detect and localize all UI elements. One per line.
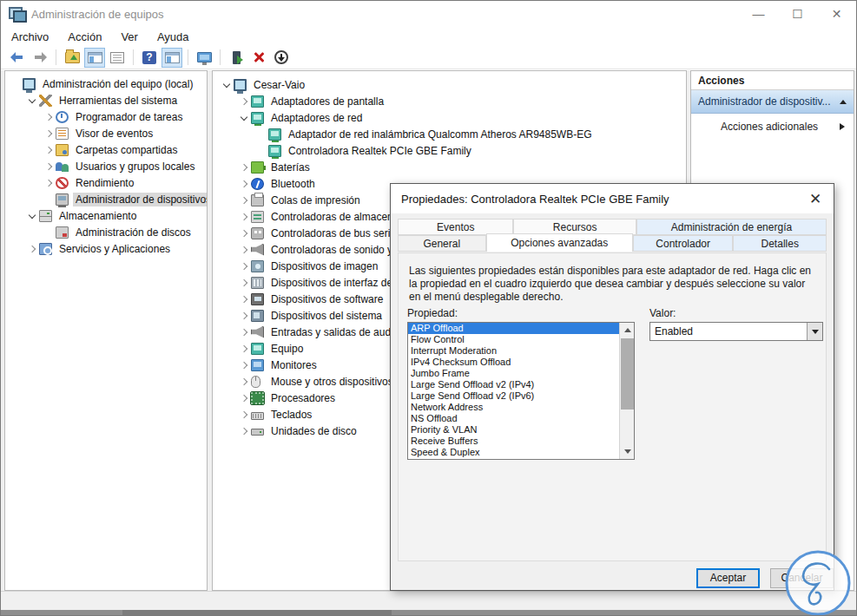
chevron-down-icon[interactable] <box>807 323 822 340</box>
tree-item[interactable]: Carpetas compartidas <box>5 141 207 158</box>
tree-item-label: Carpetas compartidas <box>73 143 180 157</box>
close-button[interactable]: ✕ <box>817 1 856 27</box>
listbox-scrollbar[interactable] <box>619 323 634 459</box>
tree-item[interactable]: Rendimiento <box>5 174 207 191</box>
chevron-right-icon[interactable] <box>240 328 247 335</box>
property-list-item[interactable]: Speed & Duplex <box>408 447 619 458</box>
chevron-right-icon[interactable] <box>240 427 247 434</box>
value-combobox[interactable]: Enabled <box>649 322 823 341</box>
menu-archivo[interactable]: Archivo <box>11 30 49 43</box>
chevron-right-icon[interactable] <box>28 245 35 252</box>
chevron-right-icon[interactable] <box>240 213 247 220</box>
back-button[interactable] <box>7 48 28 68</box>
scroll-down-icon[interactable] <box>620 444 635 459</box>
up-level-button[interactable] <box>62 48 82 68</box>
tab-opciones-avanzadas[interactable]: Opciones avanzadas <box>486 233 633 252</box>
property-list-item[interactable]: IPv4 Checksum Offload <box>408 357 619 368</box>
tree-item-label: Usuarios y grupos locales <box>73 160 197 174</box>
property-list-item[interactable]: Flow Control <box>408 334 619 345</box>
chevron-right-icon[interactable] <box>240 262 247 269</box>
chevron-right-icon[interactable] <box>240 295 247 302</box>
accept-button[interactable]: Aceptar <box>696 568 760 588</box>
properties-button[interactable] <box>107 48 128 68</box>
software-icon <box>251 293 264 305</box>
tree-item[interactable]: Administración del equipo (local) <box>5 75 207 92</box>
property-list-item[interactable]: Network Address <box>408 402 619 413</box>
chevron-right-icon[interactable] <box>240 163 247 170</box>
tab-detalles[interactable]: Detalles <box>733 235 827 252</box>
tree-item-label: Monitores <box>268 358 320 372</box>
chevron-right-icon[interactable] <box>240 410 247 417</box>
tree-item[interactable]: Administrador de dispositivos <box>5 191 207 207</box>
update-driver-button[interactable] <box>226 48 247 68</box>
maximize-button[interactable]: ☐ <box>778 1 817 27</box>
chevron-right-icon[interactable] <box>240 377 247 384</box>
scroll-up-icon[interactable] <box>620 323 635 337</box>
tab-controlador[interactable]: Controlador <box>633 235 734 252</box>
property-list-item[interactable]: Jumbo Frame <box>408 368 619 379</box>
tree-item[interactable]: Baterías <box>218 159 686 175</box>
property-list-item[interactable]: Interrupt Moderation <box>408 345 619 357</box>
tree-item[interactable]: Herramientas del sistema <box>5 92 207 108</box>
chevron-right-icon[interactable] <box>240 180 247 187</box>
actions-group-device-manager[interactable]: Administrador de dispositiv... <box>691 90 854 114</box>
chevron-right-icon[interactable] <box>44 179 51 186</box>
dialog-close-icon[interactable]: ✕ <box>806 190 825 208</box>
actions-item-additional[interactable]: Acciones adicionales <box>691 114 854 140</box>
chevron-right-icon[interactable] <box>240 246 247 252</box>
tree-item[interactable]: Controladora Realtek PCIe GBE Family <box>218 142 686 159</box>
chevron-right-icon[interactable] <box>240 196 247 203</box>
chevron-down-icon[interactable] <box>222 80 229 87</box>
chevron-right-icon[interactable] <box>240 279 247 285</box>
chevron-right-icon[interactable] <box>240 344 247 351</box>
chevron-down-icon[interactable] <box>240 113 247 120</box>
show-action-pane-button[interactable] <box>162 48 182 68</box>
scrollbar-thumb[interactable] <box>621 338 634 410</box>
tree-item[interactable]: Visor de eventos <box>5 125 207 141</box>
remote-monitor-button[interactable] <box>194 48 214 68</box>
chevron-right-icon[interactable] <box>240 394 247 401</box>
menu-bar: Archivo Acción Ver Ayuda <box>1 27 856 46</box>
tree-item[interactable]: Administración de discos <box>5 224 207 240</box>
property-list-item[interactable]: Large Send Offload v2 (IPv6) <box>408 390 619 402</box>
uninstall-device-button[interactable] <box>248 48 269 68</box>
chevron-right-icon[interactable] <box>240 97 247 104</box>
chevron-right-icon[interactable] <box>240 311 247 318</box>
chevron-right-icon[interactable] <box>44 162 51 169</box>
property-list-item[interactable]: Priority & VLAN <box>408 424 619 436</box>
chevron-right-icon[interactable] <box>240 229 247 236</box>
property-list-item[interactable]: Receive Buffers <box>408 436 619 447</box>
network-icon <box>251 112 264 124</box>
tree-item-label: Adaptadores de red <box>268 111 365 125</box>
menu-ayuda[interactable]: Ayuda <box>157 30 189 43</box>
tree-item[interactable]: Cesar-Vaio <box>218 76 686 93</box>
computer-mgmt-icon <box>23 78 36 90</box>
chevron-right-icon[interactable] <box>44 146 51 153</box>
chevron-right-icon[interactable] <box>240 361 247 368</box>
show-console-tree-button[interactable] <box>84 48 105 68</box>
tab-administracion-de-energia[interactable]: Administración de energía <box>636 219 827 235</box>
tree-item[interactable]: Servicios y Aplicaciones <box>5 240 207 257</box>
tab-general[interactable]: General <box>398 235 486 252</box>
disable-device-button[interactable] <box>271 48 292 68</box>
property-list-item[interactable]: Large Send Offload v2 (IPv4) <box>408 379 619 390</box>
chevron-down-icon[interactable] <box>28 95 35 102</box>
tree-item[interactable]: Adaptadores de red <box>218 109 686 126</box>
help-button[interactable]: ? <box>139 48 160 68</box>
tree-item[interactable]: Adaptadores de pantalla <box>218 93 686 109</box>
tree-item[interactable]: Usuarios y grupos locales <box>5 158 207 174</box>
menu-accion[interactable]: Acción <box>68 30 102 43</box>
chevron-right-icon[interactable] <box>44 129 51 136</box>
tree-item[interactable]: Almacenamiento <box>5 207 207 224</box>
pc-green-arrow-icon <box>233 51 241 64</box>
chevron-right-icon[interactable] <box>44 113 51 120</box>
minimize-button[interactable]: — <box>739 1 778 27</box>
property-list-item[interactable]: ARP Offload <box>408 323 619 334</box>
forward-button[interactable] <box>30 48 50 68</box>
tree-item[interactable]: Programador de tareas <box>5 108 207 125</box>
chevron-down-icon[interactable] <box>28 211 35 218</box>
submenu-right-icon <box>840 123 848 130</box>
property-list-item[interactable]: NS Offload <box>408 413 619 424</box>
tree-item[interactable]: Adaptador de red inalámbrica Qualcomm At… <box>218 126 686 142</box>
menu-ver[interactable]: Ver <box>121 30 138 43</box>
